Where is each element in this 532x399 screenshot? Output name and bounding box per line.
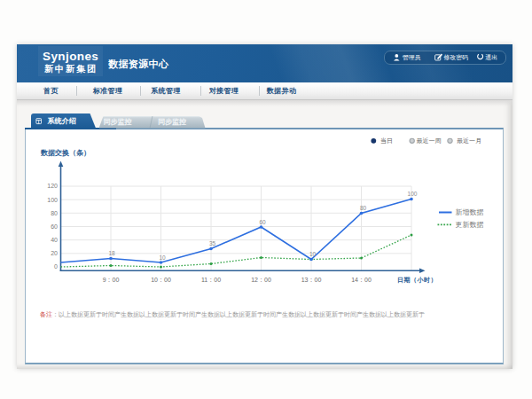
svg-text:管理员: 管理员 xyxy=(403,54,421,61)
svg-text:修改密码: 修改密码 xyxy=(444,54,469,61)
svg-text:退出: 退出 xyxy=(485,53,497,60)
